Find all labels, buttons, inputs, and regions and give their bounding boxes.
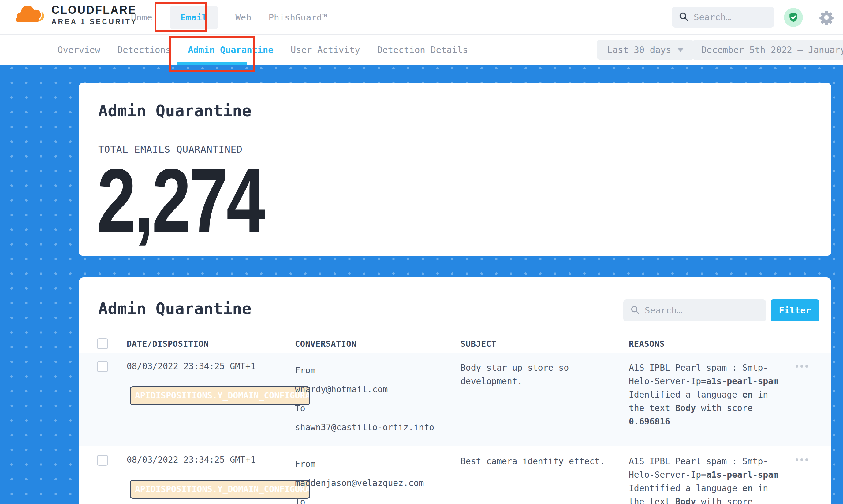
from-label: From (295, 455, 460, 474)
date-range-field[interactable]: December 5th 2022 — January 4th 2023 (692, 40, 843, 60)
table-search[interactable] (623, 300, 766, 321)
chevron-down-icon (678, 48, 684, 52)
quick-range-label: Last 30 days (607, 44, 671, 55)
primary-nav: Home Email Web PhishGuard™ (131, 0, 328, 35)
quick-range-dropdown[interactable]: Last 30 days (597, 40, 694, 60)
col-conversation: CONVERSATION (295, 339, 460, 349)
nav-item-phishguard[interactable]: PhishGuard™ (269, 12, 328, 23)
table-header-row: DATE/DISPOSITION CONVERSATION SUBJECT RE… (78, 335, 831, 353)
row-subject: Body star up store so development. (460, 361, 629, 437)
row-reasons: A1S IPBL Pearl spam : Smtp-Helo-Server-I… (629, 455, 781, 504)
to-address[interactable]: shawn37@castillo-ortiz.info (295, 418, 460, 437)
cloudflare-logo[interactable]: CLOUDFLARE AREA 1 SECURITY (13, 4, 137, 26)
row-conversation: From maddenjason@velazquez.com To bradle… (295, 455, 460, 504)
settings-gear-icon[interactable] (819, 10, 834, 25)
summary-card: Admin Quarantine TOTAL EMAILS QUARANTINE… (78, 83, 831, 256)
email-subnav: Overview Detections Admin Quarantine Use… (0, 35, 843, 65)
cloudflare-cloud-icon (13, 4, 46, 26)
row-reasons: A1S IPBL Pearl spam : Smtp-Helo-Server-I… (629, 361, 781, 437)
global-search-input[interactable] (694, 12, 768, 22)
from-address[interactable]: whardy@hotmail.com (295, 380, 460, 399)
col-reasons: REASONS (629, 339, 795, 349)
table-search-input[interactable] (645, 305, 759, 316)
from-address[interactable]: maddenjason@velazquez.com (295, 474, 460, 493)
summary-card-title: Admin Quarantine (98, 102, 251, 120)
nav-item-home[interactable]: Home (131, 12, 152, 23)
disposition-badge: APIDISPOSITIONS.Y_DOMAIN_CONFIGURATION (130, 480, 310, 499)
col-date-disposition: DATE/DISPOSITION (127, 339, 295, 349)
tab-admin-quarantine[interactable]: Admin Quarantine (188, 44, 273, 55)
tab-detections[interactable]: Detections (118, 44, 171, 55)
row-conversation: From whardy@hotmail.com To shawn37@casti… (295, 361, 460, 437)
quarantine-table: DATE/DISPOSITION CONVERSATION SUBJECT RE… (78, 335, 831, 504)
tab-detection-details[interactable]: Detection Details (377, 44, 468, 55)
tab-user-activity[interactable]: User Activity (291, 44, 360, 55)
quarantine-table-card: Admin Quarantine Filter DATE/DISPOSITION… (78, 277, 831, 504)
metric-value: 2,274 (97, 155, 264, 246)
to-label: To (295, 493, 460, 504)
brand-name: CLOUDFLARE (51, 4, 137, 17)
active-tab-underline (177, 62, 247, 65)
tab-overview[interactable]: Overview (57, 44, 100, 55)
select-all-checkbox[interactable] (97, 338, 108, 349)
row-checkbox[interactable] (97, 455, 108, 466)
top-header: CLOUDFLARE AREA 1 SECURITY Home Email We… (0, 0, 843, 35)
to-label: To (295, 399, 460, 418)
row-date: 08/03/2022 23:34:25 GMT+1 (127, 455, 295, 465)
date-range-label: December 5th 2022 — January 4th 2023 (701, 44, 843, 55)
row-actions-ellipsis-icon[interactable] (795, 455, 813, 504)
search-icon (630, 305, 640, 316)
row-subject: Best camera identify effect. (460, 455, 629, 504)
col-subject: SUBJECT (460, 339, 629, 349)
row-date: 08/03/2022 23:34:25 GMT+1 (127, 361, 295, 371)
global-search[interactable] (672, 7, 774, 28)
brand-product: AREA 1 SECURITY (51, 18, 137, 26)
row-checkbox[interactable] (97, 361, 108, 372)
page-background: Admin Quarantine TOTAL EMAILS QUARANTINE… (0, 65, 843, 504)
search-icon (679, 11, 689, 23)
disposition-badge: APIDISPOSITIONS.Y_DOMAIN_CONFIGURATION (130, 386, 310, 405)
area1-dashboard: CLOUDFLARE AREA 1 SECURITY Home Email We… (0, 0, 843, 504)
nav-item-email[interactable]: Email (170, 5, 218, 29)
security-status-badge[interactable] (784, 8, 803, 27)
table-row: 08/03/2022 23:34:25 GMT+1 APIDISPOSITION… (78, 446, 831, 504)
filter-button[interactable]: Filter (771, 300, 819, 321)
row-actions-ellipsis-icon[interactable] (795, 361, 813, 437)
nav-item-web[interactable]: Web (235, 12, 251, 23)
table-row: 08/03/2022 23:34:25 GMT+1 APIDISPOSITION… (78, 353, 831, 446)
shield-check-icon (788, 12, 799, 23)
table-card-title: Admin Quarantine (98, 300, 251, 318)
from-label: From (295, 361, 460, 380)
